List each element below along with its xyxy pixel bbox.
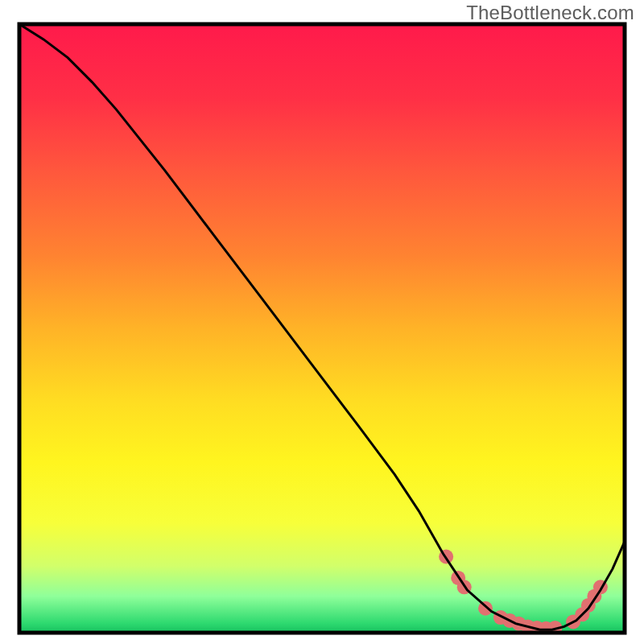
chart-frame: TheBottleneck.com — [0, 0, 644, 644]
marker-dot — [478, 601, 493, 616]
chart-svg — [0, 0, 644, 644]
gradient-background — [19, 24, 625, 633]
plot-area — [19, 24, 625, 636]
watermark-text: TheBottleneck.com — [466, 2, 634, 24]
